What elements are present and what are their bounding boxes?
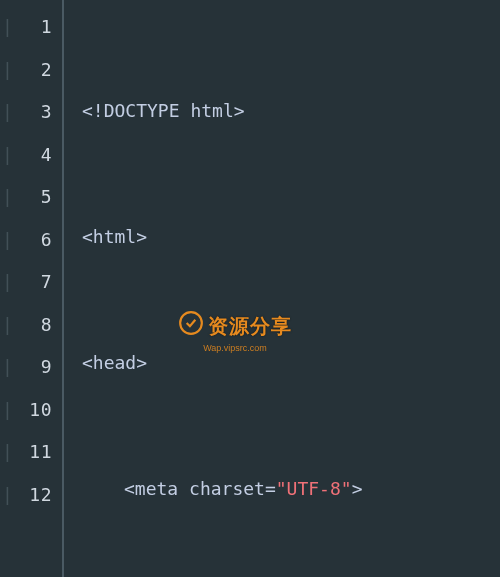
line-number-row: |11 (0, 431, 62, 474)
code-line: <!DOCTYPE html> (82, 90, 500, 133)
code-line: <html> (82, 216, 500, 259)
line-number-row: |4 (0, 134, 62, 177)
code-editor: |1 |2 |3 |4 |5 |6 |7 |8 |9 |10 |11 |12 <… (0, 0, 500, 577)
line-number-row: |7 (0, 261, 62, 304)
line-number-row: |2 (0, 49, 62, 92)
line-number-row: |1 (0, 6, 62, 49)
line-number-row: |5 (0, 176, 62, 219)
line-number-row: |12 (0, 474, 62, 517)
gutter: |1 |2 |3 |4 |5 |6 |7 |8 |9 |10 |11 |12 (0, 0, 62, 577)
line-number-row: |10 (0, 389, 62, 432)
code-line: <head> (82, 342, 500, 385)
line-number-row: |3 (0, 91, 62, 134)
line-number-row: |6 (0, 219, 62, 262)
code-line: <meta charset="UTF-8"> (82, 468, 500, 511)
line-number-row: |8 (0, 304, 62, 347)
code-area[interactable]: <!DOCTYPE html> <html> <head> <meta char… (64, 0, 500, 577)
line-number-row: |9 (0, 346, 62, 389)
